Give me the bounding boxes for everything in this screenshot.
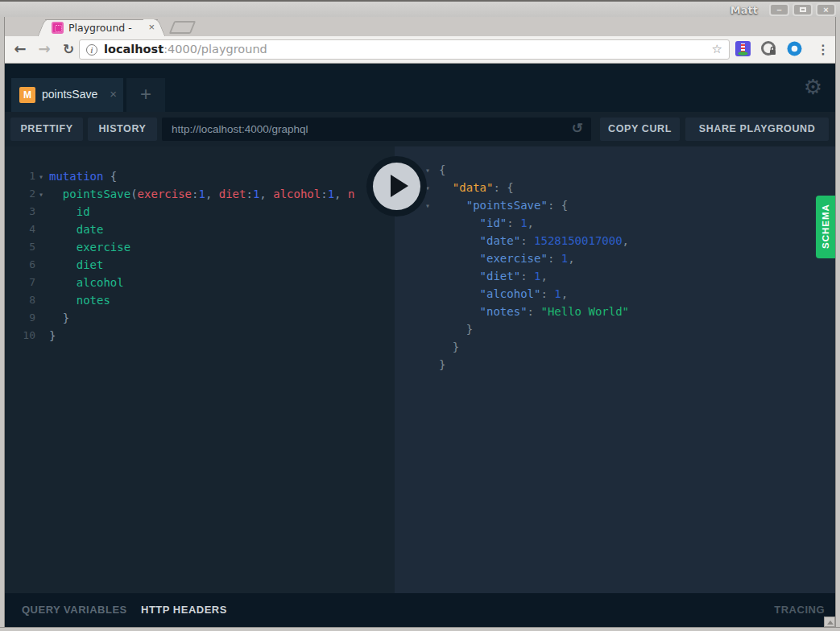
fold-arrow-icon[interactable]: ▾ — [425, 162, 430, 179]
url-path: :4000/playground — [163, 43, 267, 56]
browser-window: Matt – × Playground - http:// × ← → ↻ i … — [0, 0, 840, 631]
address-bar[interactable]: i localhost:4000/playground ☆ — [79, 39, 730, 60]
line-number: 7 — [5, 274, 35, 291]
code-line: ▾ "pointsSave": { — [395, 196, 835, 214]
code-line: 4 date — [5, 221, 395, 238]
code-line: "alcohol": 1, — [395, 285, 835, 303]
playground-favicon-icon — [52, 22, 64, 34]
response-viewer: ▾{▾ "data": {▾ "pointsSave": { "id": 1, … — [395, 146, 835, 593]
window-titlebar: Matt – × — [0, 0, 840, 17]
browser-tab[interactable]: Playground - http:// × — [50, 19, 153, 36]
playground-bottom-bar: QUERY VARIABLES HTTP HEADERS TRACING — [5, 593, 835, 627]
code-line: 8 notes — [5, 291, 395, 309]
code-line: 7 alcohol — [5, 274, 395, 291]
code-line: 9 } — [5, 309, 395, 327]
play-icon — [391, 175, 408, 197]
line-number: 8 — [5, 291, 35, 309]
code-line: "id": 1, — [395, 214, 835, 232]
session-tab-pointssave[interactable]: M pointsSave × — [11, 78, 123, 112]
line-number: 10 — [5, 327, 35, 344]
http-headers-tab[interactable]: HTTP HEADERS — [141, 604, 227, 616]
window-frame-right — [835, 17, 840, 631]
forward-button[interactable]: → — [34, 39, 55, 60]
fold-arrow-icon[interactable]: ▾ — [39, 186, 43, 204]
history-button[interactable]: HISTORY — [88, 118, 157, 141]
copy-curl-button[interactable]: COPY CURL — [600, 118, 680, 141]
endpoint-reload-icon[interactable]: ↺ — [572, 120, 583, 137]
scroll-corner-button[interactable] — [824, 617, 835, 627]
browser-tab-strip: Playground - http:// × — [0, 17, 840, 36]
maximize-icon — [800, 7, 806, 12]
scroll-up-icon — [827, 621, 834, 625]
fold-arrow-icon[interactable]: ▾ — [39, 168, 43, 186]
code-line: 2▾ pointsSave(exercise:1, diet:1, alcoho… — [5, 185, 395, 203]
code-line: "diet": 1, — [395, 267, 835, 285]
playground-toolbar: PRETTIFY HISTORY ↺ COPY CURL SHARE PLAYG… — [5, 112, 835, 146]
reload-button[interactable]: ↻ — [58, 39, 79, 60]
session-tab-close-icon[interactable]: × — [110, 87, 117, 101]
line-number: 1 — [5, 167, 35, 185]
line-number: 6 — [5, 256, 35, 274]
code-line: } — [395, 338, 835, 356]
share-playground-button[interactable]: SHARE PLAYGROUND — [685, 118, 829, 141]
window-title: Matt — [730, 4, 758, 16]
window-frame-bottom — [0, 627, 840, 631]
line-number: 5 — [5, 238, 35, 256]
endpoint-url-input[interactable] — [172, 118, 558, 141]
url-host: localhost — [104, 43, 163, 56]
window-frame-left — [0, 17, 5, 631]
code-line: } — [395, 320, 835, 338]
settings-gear-icon[interactable]: ⚙ — [804, 76, 822, 97]
maximize-button[interactable] — [792, 3, 813, 16]
prettify-button[interactable]: PRETTIFY — [10, 118, 83, 141]
mutation-badge: M — [19, 87, 35, 103]
browser-tab-title: Playground - http:// — [68, 22, 134, 34]
execute-play-button[interactable] — [366, 156, 427, 217]
tab-close-icon[interactable]: × — [148, 21, 155, 33]
close-button[interactable]: × — [816, 3, 836, 16]
line-number: 2 — [5, 185, 35, 203]
code-line: "date": 1528150017000, — [395, 232, 835, 250]
lighthouse-extension-icon[interactable] — [734, 40, 751, 57]
add-session-tab-button[interactable]: + — [126, 78, 165, 112]
code-line: 1▾mutation { — [5, 167, 395, 185]
session-tab-label: pointsSave — [42, 88, 97, 101]
line-number: 9 — [5, 309, 35, 327]
code-line: 10} — [5, 327, 395, 344]
code-line: 6 diet — [5, 256, 395, 274]
code-line: "exercise": 1, — [395, 250, 835, 267]
browser-toolbar: ← → ↻ i localhost:4000/playground ☆ ⋮ — [0, 36, 840, 64]
window-controls: – × — [769, 3, 836, 16]
tracing-tab[interactable]: TRACING — [774, 604, 825, 616]
privacy-extension-icon[interactable] — [760, 40, 777, 57]
code-line: } — [395, 356, 835, 373]
schema-side-tab[interactable]: SCHEMA — [816, 196, 835, 258]
endpoint-url-field[interactable]: ↺ — [162, 118, 591, 141]
query-variables-tab[interactable]: QUERY VARIABLES — [22, 604, 127, 616]
code-line: ▾{ — [395, 161, 835, 179]
new-tab-button[interactable] — [169, 21, 196, 34]
code-line: 5 exercise — [5, 238, 395, 256]
fold-arrow-icon[interactable]: ▾ — [425, 197, 430, 215]
code-line: 3 id — [5, 203, 395, 221]
url-text: localhost:4000/playground — [104, 43, 267, 56]
back-button[interactable]: ← — [10, 39, 31, 60]
schema-tab-label: SCHEMA — [821, 200, 830, 253]
code-line: "notes": "Hello World" — [395, 303, 835, 320]
site-info-icon[interactable]: i — [86, 44, 97, 56]
bookmark-star-icon[interactable]: ☆ — [712, 42, 722, 56]
playground-header: M pointsSave × + ⚙ — [5, 64, 835, 112]
graphql-playground: M pointsSave × + ⚙ PRETTIFY HISTORY ↺ CO… — [5, 64, 835, 627]
line-number: 4 — [5, 221, 35, 238]
browser-menu-icon[interactable]: ⋮ — [815, 39, 831, 60]
blue-circle-extension-icon[interactable] — [786, 40, 803, 57]
minimize-button[interactable]: – — [769, 3, 789, 16]
code-line: ▾ "data": { — [395, 179, 835, 196]
line-number: 3 — [5, 203, 35, 221]
query-editor[interactable]: 1▾mutation {2▾ pointsSave(exercise:1, di… — [5, 146, 395, 593]
